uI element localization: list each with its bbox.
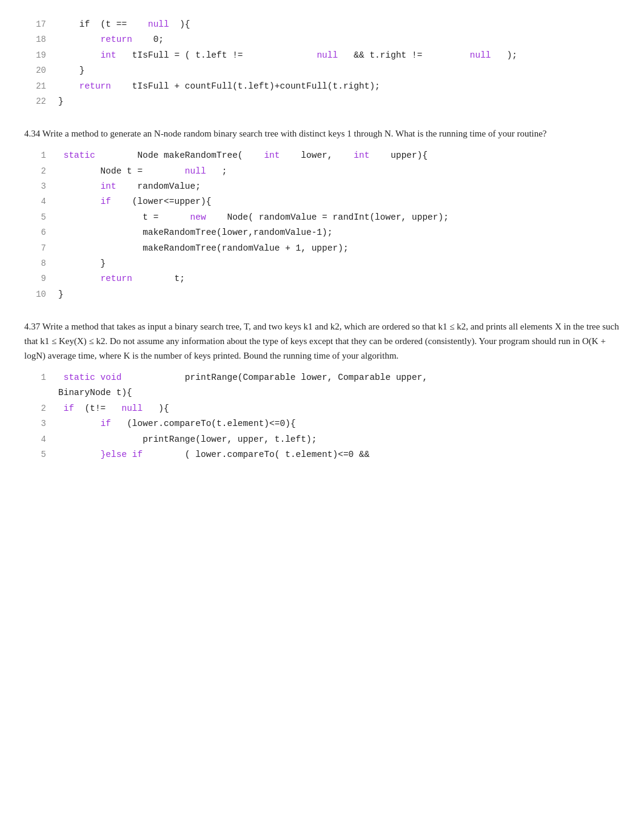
code-line-c3-3: 3 if (lower.compareTo(t.element)<=0){ <box>24 416 620 431</box>
keyword-null-1: null <box>148 19 169 29</box>
line-num-c3-4: 4 <box>24 432 46 447</box>
line-num-c3-2: 2 <box>24 401 46 416</box>
code-block-2: 1 static Node makeRandomTree( int lower,… <box>24 148 620 302</box>
keyword-static-void-1: static void <box>64 373 122 382</box>
line-num-c2-3: 3 <box>24 179 46 194</box>
keyword-if-2: if <box>64 404 74 413</box>
keyword-return-1: return <box>101 35 132 44</box>
code-line-c2-7: 7 makeRandomTree(randomValue + 1, upper)… <box>24 241 620 256</box>
code-line-c2-1: 1 static Node makeRandomTree( int lower,… <box>24 148 620 163</box>
line-num-17: 17 <box>24 17 46 32</box>
code-line-c2-9: 9 return t; <box>24 271 620 286</box>
line-num-21: 21 <box>24 79 46 94</box>
keyword-static-1: static <box>64 150 95 160</box>
code-line-c3-4: 4 printRange(lower, upper, t.left); <box>24 432 620 447</box>
keyword-elseif-1: }else if <box>101 450 143 459</box>
line-num-18: 18 <box>24 32 46 47</box>
code-line-c2-3: 3 int randomValue; <box>24 179 620 194</box>
code-line-c2-4: 4 if (lower<=upper){ <box>24 194 620 209</box>
line-num-22: 22 <box>24 94 46 109</box>
keyword-int-2: int <box>264 150 280 160</box>
code-line-c3-5: 5 }else if ( lower.compareTo( t.element)… <box>24 447 620 462</box>
line-num-c2-9: 9 <box>24 271 46 286</box>
keyword-null-2: null <box>317 50 338 60</box>
code-line-c3-continuation: BinaryNode t){ <box>24 385 620 401</box>
keyword-int-3: int <box>354 150 369 160</box>
line-num-20: 20 <box>24 63 46 78</box>
code-line-22: 22 } <box>24 94 620 109</box>
code-line-18: 18 return 0; <box>24 32 620 47</box>
code-block-1: 17 if (t == null ){ 18 return 0; 19 int … <box>24 17 620 109</box>
keyword-null-4: null <box>185 166 206 176</box>
keyword-if-1: if <box>101 197 111 206</box>
code-line-c2-8: 8 } <box>24 256 620 271</box>
line-num-c2-5: 5 <box>24 210 46 225</box>
keyword-return-2: return <box>79 81 111 91</box>
code-line-17: 17 if (t == null ){ <box>24 17 620 32</box>
keyword-return-3: return <box>101 274 132 283</box>
code-line-19: 19 int tIsFull = ( t.left != null && t.r… <box>24 48 620 63</box>
code-line-21: 21 return tIsFull + countFull(t.left)+co… <box>24 79 620 94</box>
keyword-int-4: int <box>101 181 116 191</box>
code-line-c2-2: 2 Node t = null ; <box>24 164 620 179</box>
keyword-int-1: int <box>101 50 116 60</box>
code-line-c2-10: 10 } <box>24 287 620 302</box>
keyword-new-1: new <box>190 212 206 222</box>
code-line-c2-5: 5 t = new Node( randomValue = randInt(lo… <box>24 210 620 225</box>
line-num-19: 19 <box>24 48 46 63</box>
keyword-null-5: null <box>121 404 143 413</box>
line-num-c2-4: 4 <box>24 194 46 209</box>
line-num-c2-8: 8 <box>24 256 46 271</box>
code-line-c2-6: 6 makeRandomTree(lower,randomValue-1); <box>24 225 620 240</box>
keyword-if-3: if <box>101 419 111 428</box>
line-num-c3-5: 5 <box>24 447 46 462</box>
line-num-c2-6: 6 <box>24 225 46 240</box>
code-block-3: 1 static void printRange(Comparable lowe… <box>24 370 620 462</box>
line-num-c3-3: 3 <box>24 416 46 431</box>
code-line-c3-2: 2 if (t!= null ){ <box>24 401 620 416</box>
prose-4-34: 4.34 Write a method to generate an N-nod… <box>24 126 620 141</box>
line-num-c2-2: 2 <box>24 164 46 179</box>
line-num-c2-7: 7 <box>24 241 46 256</box>
line-num-c2-1: 1 <box>24 148 46 163</box>
prose-4-37: 4.37 Write a method that takes as input … <box>24 319 620 363</box>
code-line-c3-1: 1 static void printRange(Comparable lowe… <box>24 370 620 385</box>
page-content: 17 if (t == null ){ 18 return 0; 19 int … <box>24 17 620 462</box>
line-num-c2-10: 10 <box>24 287 46 302</box>
code-line-20: 20 } <box>24 63 620 78</box>
line-num-c3-1: 1 <box>24 370 46 385</box>
keyword-null-3: null <box>470 50 491 60</box>
